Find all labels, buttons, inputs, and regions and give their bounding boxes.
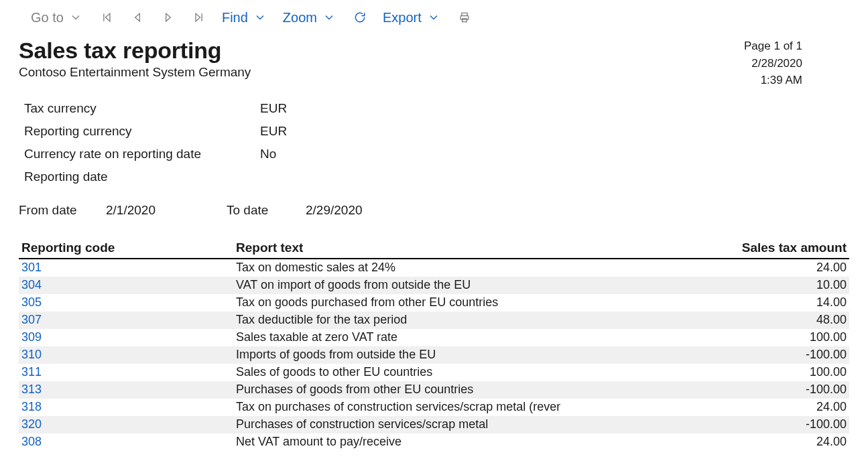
table-row: 304VAT on import of goods from outside t… [19, 277, 849, 294]
table-row: 307Tax deductible for the tax period48.0… [19, 312, 849, 329]
report-text-cell: Purchases of goods from other EU countri… [233, 381, 729, 399]
reporting-code-cell: 313 [19, 381, 233, 399]
report-table: Reporting code Report text Sales tax amo… [19, 238, 849, 451]
nav-prev-button[interactable] [129, 9, 145, 25]
chevron-down-icon [321, 9, 337, 25]
reporting-code-cell: 310 [19, 346, 233, 364]
report-text-cell: Tax on purchases of construction service… [233, 399, 729, 416]
print-icon [456, 9, 473, 25]
svg-rect-1 [462, 19, 467, 22]
report-text-cell: Sales taxable at zero VAT rate [233, 329, 729, 346]
reporting-code-link[interactable]: 305 [21, 295, 42, 309]
tax-currency-label: Tax currency [19, 101, 260, 116]
sales-tax-amount-cell: 100.00 [729, 364, 849, 381]
table-row: 305Tax on goods purchased from other EU … [19, 294, 849, 312]
zoom-menu[interactable]: Zoom [283, 9, 337, 25]
reporting-code-cell: 304 [19, 277, 233, 294]
reporting-code-cell: 318 [19, 399, 233, 416]
page-number: Page 1 of 1 [744, 38, 802, 55]
sales-tax-amount-cell: 14.00 [729, 294, 849, 312]
table-row: 320Purchases of construction services/sc… [19, 416, 849, 433]
reporting-code-link[interactable]: 313 [21, 383, 42, 396]
report-text-cell: VAT on import of goods from outside the … [233, 277, 729, 294]
tax-currency-value: EUR [260, 101, 287, 116]
reporting-date-label: Reporting date [19, 169, 260, 184]
sales-tax-amount-cell: 24.00 [729, 259, 849, 277]
report-title: Sales tax reporting [19, 38, 251, 64]
page-meta: Page 1 of 1 2/28/2020 1:39 AM [744, 38, 849, 89]
table-row: 311Sales of goods to other EU countries1… [19, 364, 849, 381]
company-name: Contoso Entertainment System Germany [19, 65, 251, 80]
table-row: 313Purchases of goods from other EU coun… [19, 381, 849, 399]
reporting-code-link[interactable]: 318 [21, 400, 42, 413]
report-text-cell: Imports of goods from outside the EU [233, 346, 729, 364]
reporting-code-link[interactable]: 311 [21, 365, 42, 379]
sales-tax-amount-cell: 24.00 [729, 433, 849, 451]
report-text-cell: Sales of goods to other EU countries [233, 364, 729, 381]
sales-tax-amount-cell: -100.00 [729, 381, 849, 399]
report-toolbar: Go to Find Zoom [0, 0, 868, 38]
table-row: 318Tax on purchases of construction serv… [19, 399, 849, 416]
to-date-label: To date [227, 203, 306, 218]
sales-tax-amount-cell: -100.00 [729, 346, 849, 364]
find-label: Find [222, 10, 248, 25]
reporting-code-cell: 301 [19, 259, 233, 277]
currency-rate-value: No [260, 147, 276, 161]
report-body: Sales tax reporting Contoso Entertainmen… [0, 38, 868, 471]
reporting-code-link[interactable]: 304 [21, 278, 42, 291]
nav-next-button[interactable] [160, 9, 176, 25]
reporting-code-cell: 309 [19, 329, 233, 346]
reporting-code-cell: 320 [19, 416, 233, 433]
zoom-label: Zoom [283, 10, 317, 25]
find-menu[interactable]: Find [222, 9, 268, 25]
report-text-cell: Tax on goods purchased from other EU cou… [233, 294, 729, 312]
nav-first-button[interactable] [99, 9, 115, 25]
report-time: 1:39 AM [744, 72, 802, 89]
next-page-icon [160, 9, 176, 25]
col-sales-tax-amount: Sales tax amount [729, 238, 849, 259]
goto-menu[interactable]: Go to [31, 9, 84, 25]
reporting-code-link[interactable]: 310 [21, 348, 42, 361]
chevron-down-icon [252, 9, 268, 25]
reporting-code-cell: 305 [19, 294, 233, 312]
col-reporting-code: Reporting code [19, 238, 233, 259]
last-page-icon [191, 9, 207, 25]
export-menu[interactable]: Export [383, 9, 442, 25]
report-date: 2/28/2020 [744, 55, 802, 72]
refresh-button[interactable] [352, 9, 368, 25]
reporting-code-link[interactable]: 320 [21, 417, 42, 431]
reporting-code-link[interactable]: 301 [21, 261, 42, 274]
reporting-currency-label: Reporting currency [19, 124, 260, 139]
to-date-value: 2/29/2020 [306, 203, 363, 218]
col-report-text: Report text [233, 238, 729, 259]
sales-tax-amount-cell: 48.00 [729, 312, 849, 329]
nav-last-button[interactable] [191, 9, 207, 25]
report-text-cell: Purchases of construction services/scrap… [233, 416, 729, 433]
reporting-code-link[interactable]: 308 [21, 435, 42, 448]
svg-rect-0 [460, 16, 469, 20]
reporting-currency-value: EUR [260, 124, 287, 139]
sales-tax-amount-cell: 24.00 [729, 399, 849, 416]
export-label: Export [383, 10, 422, 25]
sales-tax-amount-cell: 100.00 [729, 329, 849, 346]
table-row: 308Net VAT amount to pay/receive24.00 [19, 433, 849, 451]
from-date-label: From date [19, 203, 106, 218]
report-text-cell: Tax deductible for the tax period [233, 312, 729, 329]
first-page-icon [99, 9, 115, 25]
report-text-cell: Tax on domestic sales at 24% [233, 259, 729, 277]
sales-tax-amount-cell: -100.00 [729, 416, 849, 433]
report-text-cell: Net VAT amount to pay/receive [233, 433, 729, 451]
refresh-icon [352, 9, 368, 25]
reporting-code-link[interactable]: 307 [21, 313, 42, 326]
chevron-down-icon [426, 9, 442, 25]
table-row: 309Sales taxable at zero VAT rate100.00 [19, 329, 849, 346]
reporting-code-cell: 308 [19, 433, 233, 451]
currency-rate-label: Currency rate on reporting date [19, 147, 260, 161]
print-button[interactable] [456, 9, 473, 25]
table-row: 310Imports of goods from outside the EU-… [19, 346, 849, 364]
reporting-code-link[interactable]: 309 [21, 330, 42, 344]
chevron-down-icon [68, 9, 84, 25]
reporting-code-cell: 307 [19, 312, 233, 329]
reporting-code-cell: 311 [19, 364, 233, 381]
table-row: 301Tax on domestic sales at 24%24.00 [19, 259, 849, 277]
